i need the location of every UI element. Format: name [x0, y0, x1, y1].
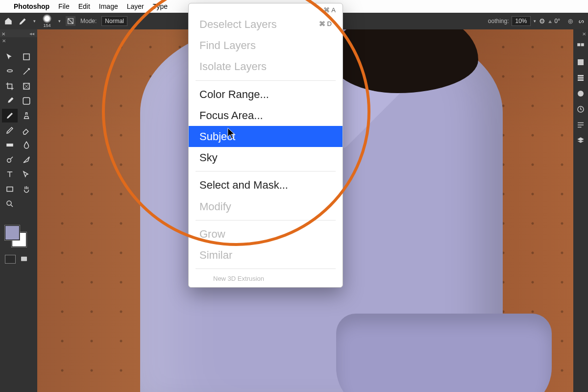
color-panel-icon[interactable]: [576, 42, 585, 51]
menu-item-label: Find Layers: [199, 37, 256, 54]
svg-rect-2: [23, 98, 30, 104]
document-tab-close-icon[interactable]: ✕: [1, 31, 5, 37]
tool-hand[interactable]: [19, 182, 34, 196]
menu-item-color-range[interactable]: Color Range...: [189, 84, 343, 105]
svg-point-4: [7, 159, 11, 163]
menu-item-subject[interactable]: Subject: [189, 126, 343, 147]
menu-item-label: Focus Area...: [199, 107, 263, 124]
history-panel-icon[interactable]: [576, 105, 585, 114]
mode-label: Mode:: [80, 18, 97, 24]
tool-dodge[interactable]: [2, 153, 18, 167]
menu-shortcut: ⌘ D: [319, 19, 332, 29]
menu-item-sky[interactable]: Sky: [189, 147, 343, 168]
menu-item-label: Modify: [199, 198, 231, 215]
layers-panel-icon[interactable]: [576, 136, 585, 145]
smoothing-value[interactable]: 10%: [512, 16, 530, 26]
tool-history-brush[interactable]: [2, 123, 18, 137]
tool-brush[interactable]: [2, 109, 18, 122]
properties-panel-icon[interactable]: [576, 121, 585, 129]
tool-crop[interactable]: [2, 79, 18, 93]
brush-panel-icon[interactable]: [66, 16, 75, 26]
tool-healing-brush[interactable]: [19, 94, 34, 108]
menu-item-label: Color Range...: [199, 86, 269, 103]
tool-gradient[interactable]: [2, 138, 18, 152]
brush-tip-icon: [43, 14, 51, 23]
tool-path-select[interactable]: [19, 168, 34, 181]
menu-item-deselect-layers: Deselect Layers ⌘ D: [189, 14, 343, 35]
tool-pen[interactable]: [19, 153, 34, 167]
menu-item-label: Grow: [199, 225, 225, 243]
tool-clone-stamp[interactable]: [19, 109, 34, 122]
tool-zoom[interactable]: [2, 197, 18, 211]
tool-frame[interactable]: [19, 79, 34, 93]
menu-item-label: Subject: [199, 128, 235, 145]
menu-item-grow: Grow: [189, 223, 343, 245]
adjustments-panel-icon[interactable]: [576, 89, 585, 98]
menu-layer[interactable]: Layer: [127, 2, 144, 10]
angle-value[interactable]: 0°: [555, 18, 560, 24]
right-strip-close-icon[interactable]: ✕: [582, 31, 586, 37]
color-swatches[interactable]: [5, 225, 29, 250]
tool-preset-chevron-icon[interactable]: ▾: [33, 19, 36, 24]
symmetry-icon[interactable]: ◎: [568, 18, 573, 24]
foreground-color-swatch[interactable]: [5, 225, 20, 240]
menu-item-label: Deselect Layers: [199, 16, 277, 33]
brush-preview[interactable]: 154: [41, 14, 53, 28]
quick-mask-icon[interactable]: [5, 255, 16, 264]
menu-item-modify: Modify: [189, 196, 343, 217]
tool-move[interactable]: [2, 50, 18, 64]
smoothing-label: oothing:: [488, 18, 509, 24]
brush-size-value: 154: [43, 24, 50, 28]
butterfly-icon[interactable]: ᔕ: [579, 18, 584, 24]
svg-rect-8: [577, 43, 580, 46]
tool-blur[interactable]: [19, 138, 34, 152]
screen-mode-icon[interactable]: [20, 255, 28, 264]
mode-select[interactable]: Normal: [101, 16, 127, 26]
gear-icon[interactable]: ⚙: [539, 17, 545, 25]
tool-rectangle[interactable]: [2, 182, 18, 196]
menu-item-select-and-mask[interactable]: Select and Mask...: [189, 174, 343, 196]
tool-type[interactable]: [2, 168, 18, 181]
smoothing-chevron-icon[interactable]: ▾: [534, 19, 536, 24]
right-panel-strip: ✕: [573, 29, 588, 392]
tool-preset-brush-icon[interactable]: [18, 17, 28, 25]
menu-type[interactable]: Type: [153, 2, 168, 10]
svg-rect-7: [21, 257, 27, 261]
home-icon[interactable]: [4, 17, 13, 25]
select-menu-dropdown: ⌘ A Deselect Layers ⌘ D Find Layers Isol…: [188, 3, 343, 288]
photo-hoodie-pouch: [336, 314, 552, 392]
menu-item-label: Isolate Layers: [199, 58, 267, 75]
menu-shortcut: ⌘ A: [323, 6, 336, 14]
menu-item-focus-area[interactable]: Focus Area...: [189, 105, 343, 126]
menu-edit[interactable]: Edit: [78, 2, 90, 10]
menu-item-label: Select and Mask...: [199, 176, 288, 194]
tool-empty: [19, 197, 34, 211]
tool-magic-wand[interactable]: [19, 65, 34, 78]
svg-point-6: [7, 201, 11, 205]
menu-item-find-layers: Find Layers: [189, 35, 343, 56]
svg-rect-5: [7, 187, 13, 192]
menu-file[interactable]: File: [58, 2, 70, 10]
menu-item-label: Sky: [199, 149, 218, 166]
brush-chevron-icon[interactable]: ▾: [58, 19, 61, 24]
libraries-panel-icon[interactable]: [576, 74, 585, 82]
svg-rect-10: [578, 59, 584, 65]
tools-panel: ◂◂ ✕: [0, 29, 37, 392]
menu-image[interactable]: Image: [99, 2, 118, 10]
panel-collapse-icon[interactable]: ◂◂: [0, 29, 37, 37]
menu-item-isolate-layers: Isolate Layers: [189, 56, 343, 77]
svg-point-11: [578, 91, 584, 97]
tool-eraser[interactable]: [19, 123, 34, 137]
app-name[interactable]: Photoshop: [14, 2, 49, 10]
svg-rect-9: [581, 43, 584, 46]
menu-item-similar: Similar: [189, 245, 343, 266]
svg-rect-0: [24, 54, 29, 60]
panel-close-icon[interactable]: ✕: [2, 38, 6, 44]
menu-item-label: Similar: [199, 246, 232, 264]
svg-rect-3: [6, 144, 13, 147]
tool-artboard[interactable]: [19, 50, 34, 64]
swatches-panel-icon[interactable]: [576, 58, 585, 67]
menu-item-new-3d-extrusion: New 3D Extrusion: [189, 272, 343, 285]
tool-lasso[interactable]: [2, 65, 18, 78]
tool-eyedropper[interactable]: [2, 94, 18, 108]
